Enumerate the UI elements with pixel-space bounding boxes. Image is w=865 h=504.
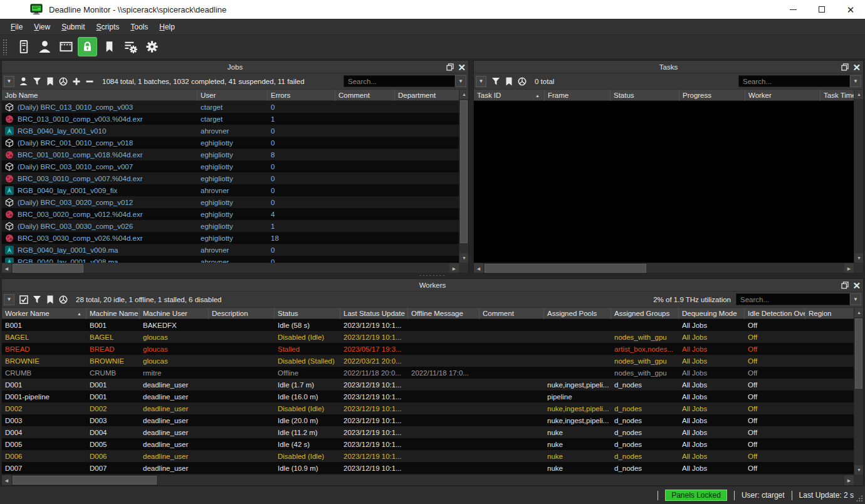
workers-select-icon[interactable] xyxy=(17,293,30,306)
worker-row[interactable]: BAGEL BAGEL gloucas Disabled (Idle) 2023… xyxy=(2,331,854,343)
tasks-hscroll-thumb[interactable] xyxy=(485,264,646,273)
jobs-search-input[interactable] xyxy=(343,75,455,87)
jobs-vscroll-thumb[interactable] xyxy=(460,100,468,243)
job-row[interactable]: (Daily) BRC_003_0010_comp_v007 eghigliot… xyxy=(2,160,459,172)
worker-panel-icon[interactable] xyxy=(13,38,34,56)
job-row[interactable]: BRC_003_0020_comp_v012.%04d.exr eghiglio… xyxy=(2,208,459,220)
user-icon[interactable] xyxy=(34,38,55,56)
workers-search-input[interactable] xyxy=(736,293,850,305)
worker-row[interactable]: B001 B001 BAKEDFX Idle (58 s) 2023/12/19… xyxy=(2,319,854,331)
toolbar-drag-handle[interactable] xyxy=(3,39,8,55)
tasks-filter-icon[interactable] xyxy=(489,75,502,88)
workers-col-region[interactable]: Region xyxy=(805,308,854,319)
settings-gear-icon[interactable] xyxy=(141,38,162,56)
tasks-col-status[interactable]: Status xyxy=(611,90,679,101)
workers-vertical-scrollbar[interactable]: ▲ ▼ xyxy=(854,308,863,475)
workers-vscroll-thumb[interactable] xyxy=(855,318,862,389)
workers-filter-icon[interactable] xyxy=(30,293,43,306)
worker-row[interactable]: CRUMB CRUMB rmitre Offline 2022/11/18 20… xyxy=(2,367,854,379)
bookmark-icon[interactable] xyxy=(98,38,120,56)
job-row[interactable]: RGB_0040_lay_0001_v009.ma ahrovner 0 xyxy=(2,244,459,256)
job-row[interactable]: (Daily) BRC_013_0010_comp_v003 ctarget 0 xyxy=(2,101,459,113)
tasks-col-frame[interactable]: Frame xyxy=(545,90,611,101)
jobs-expand-icon[interactable] xyxy=(70,75,83,88)
tasks-search-input[interactable] xyxy=(738,75,850,87)
workers-col-assigned-pools[interactable]: Assigned Pools xyxy=(544,308,611,319)
panels-locked-toggle[interactable] xyxy=(78,37,97,56)
jobs-horizontal-scrollbar[interactable]: ◀ ▶ xyxy=(2,263,459,273)
tasks-close-button[interactable]: ✕ xyxy=(852,63,861,72)
job-row[interactable]: BRC_001_0010_comp_v018.%04d.exr eghiglio… xyxy=(2,149,459,160)
scroll-left-icon[interactable]: ◀ xyxy=(2,263,11,273)
workers-col-description[interactable]: Description xyxy=(209,308,275,319)
workers-float-button[interactable] xyxy=(841,281,849,289)
workers-col-worker-name[interactable]: Worker Name▲ xyxy=(2,308,86,319)
tasks-float-button[interactable] xyxy=(841,63,849,71)
jobs-user-filter-icon[interactable] xyxy=(17,75,30,88)
job-row[interactable]: (Daily) BRC_003_0030_comp_v026 eghigliot… xyxy=(2,220,459,232)
tasks-col-worker[interactable]: Worker xyxy=(745,90,820,101)
workers-hscroll-thumb[interactable] xyxy=(13,476,157,485)
workers-col-idle-detection[interactable]: Idle Detection Overr xyxy=(745,308,805,319)
workers-col-last-status-update[interactable]: Last Status Update xyxy=(340,308,408,319)
job-row[interactable]: RGB_0040_lay_0001_v009_fix ahrovner 0 xyxy=(2,184,459,196)
workers-col-machine-user[interactable]: Machine User xyxy=(140,308,209,319)
scroll-left-icon[interactable]: ◀ xyxy=(2,475,11,485)
job-row[interactable]: BRC_003_0010_comp_v007.%04d.exr eghiglio… xyxy=(2,172,459,184)
tasks-col-task-id[interactable]: Task ID▲ xyxy=(474,90,545,101)
worker-row[interactable]: D007 D007 deadline_user Idle (10.9 m) 20… xyxy=(2,462,854,474)
workers-col-offline-message[interactable]: Offline Message xyxy=(408,308,480,319)
jobs-col-job-name[interactable]: Job Name xyxy=(2,90,197,101)
worker-row[interactable]: BROWNIE BROWNIE gloucas Disabled (Stalle… xyxy=(2,355,854,367)
workers-search-dropdown[interactable]: ▼ xyxy=(850,293,861,305)
worker-row[interactable]: D002 D002 deadline_user Disabled (Idle) … xyxy=(2,402,854,414)
job-row[interactable]: RGB_0040_lay_0001_v010 ahrovner 0 xyxy=(2,125,459,137)
resize-grip-icon[interactable] xyxy=(856,495,863,502)
tasks-bookmark-icon[interactable] xyxy=(502,75,515,88)
menu-item[interactable]: View xyxy=(28,21,56,33)
jobs-options-dropdown[interactable]: ▼ xyxy=(4,76,14,87)
worker-row[interactable]: D001-pipeline D001 deadline_user Idle (1… xyxy=(2,391,854,402)
scroll-right-icon[interactable]: ▶ xyxy=(844,263,854,273)
workers-options-dropdown[interactable]: ▼ xyxy=(4,294,14,305)
scripts-settings-icon[interactable] xyxy=(120,38,141,56)
job-row[interactable]: RGB_0040_lay_0001_v008.ma ahrovner 0 xyxy=(2,256,459,263)
tasks-col-progress[interactable]: Progress xyxy=(679,90,745,101)
job-row[interactable]: BRC_003_0030_comp_v026.%04d.exr eghiglio… xyxy=(2,232,459,244)
tasks-search-dropdown[interactable]: ▼ xyxy=(850,75,861,87)
jobs-col-errors[interactable]: Errors xyxy=(268,90,335,101)
panel-splitter[interactable]: ········ xyxy=(0,273,865,278)
maximize-button[interactable] xyxy=(807,0,836,19)
jobs-hscroll-thumb[interactable] xyxy=(13,264,83,273)
new-panel-icon[interactable] xyxy=(55,38,76,56)
scroll-right-icon[interactable]: ▶ xyxy=(844,475,854,485)
jobs-col-comment[interactable]: Comment xyxy=(335,90,395,101)
menu-item[interactable]: Scripts xyxy=(91,21,125,33)
close-button[interactable]: ✕ xyxy=(836,0,865,19)
workers-col-dequeuing-mode[interactable]: Dequeuing Mode xyxy=(679,308,745,319)
panels-locked-badge[interactable]: Panels Locked xyxy=(665,490,727,501)
workers-col-machine-name[interactable]: Machine Name xyxy=(86,308,140,319)
scroll-right-icon[interactable]: ▶ xyxy=(449,263,459,273)
worker-row[interactable]: D005 D005 deadline_user Idle (42 s) 2023… xyxy=(2,438,854,450)
scroll-down-icon[interactable]: ▼ xyxy=(854,465,863,475)
scroll-up-icon[interactable]: ▲ xyxy=(854,90,863,99)
jobs-close-button[interactable]: ✕ xyxy=(458,63,466,72)
menu-item[interactable]: Submit xyxy=(56,21,90,33)
menu-item[interactable]: Tools xyxy=(125,21,154,33)
workers-bookmark-icon[interactable] xyxy=(43,293,56,306)
tasks-horizontal-scrollbar[interactable]: ◀ ▶ xyxy=(474,263,854,273)
workers-time-icon[interactable] xyxy=(56,293,70,306)
jobs-float-button[interactable] xyxy=(446,63,454,71)
jobs-search-dropdown[interactable]: ▼ xyxy=(455,75,466,87)
tasks-time-icon[interactable] xyxy=(515,75,528,88)
scroll-left-icon[interactable]: ◀ xyxy=(474,263,483,273)
worker-row[interactable]: D006 D006 deadline_user Disabled (Idle) … xyxy=(2,450,854,462)
job-row[interactable]: (Daily) BRC_001_0010_comp_v018 eghigliot… xyxy=(2,137,459,149)
scroll-up-icon[interactable]: ▲ xyxy=(459,90,468,99)
job-row[interactable]: BRC_013_0010_comp_v003.%04d.exr ctarget … xyxy=(2,113,459,125)
jobs-collapse-icon[interactable] xyxy=(83,75,96,88)
worker-row[interactable]: D003 D003 deadline_user Idle (20.0 m) 20… xyxy=(2,414,854,426)
workers-horizontal-scrollbar[interactable]: ◀ ▶ xyxy=(2,475,854,485)
minimize-button[interactable] xyxy=(778,0,807,19)
